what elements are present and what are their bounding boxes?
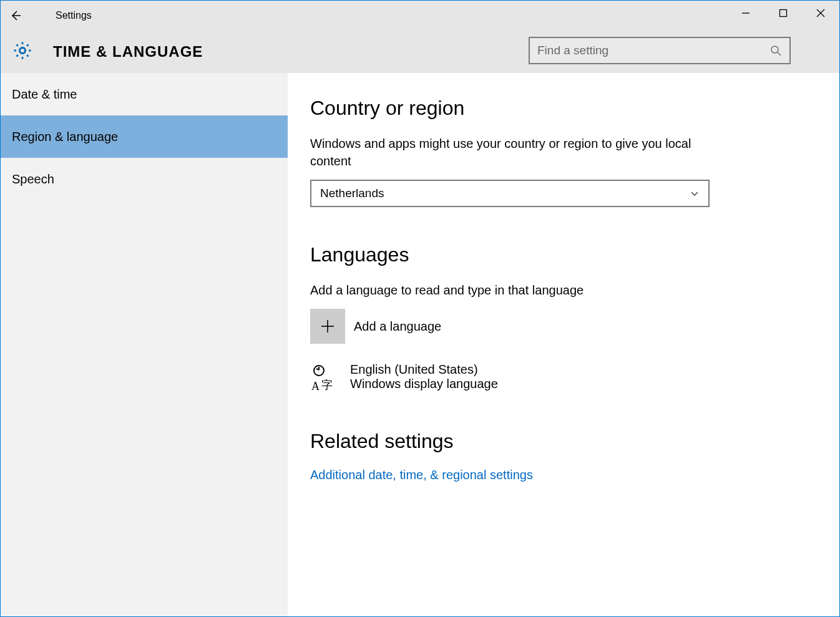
add-language-label: Add a language bbox=[354, 319, 441, 334]
sidebar-item-region-language[interactable]: Region & language bbox=[1, 115, 288, 158]
section-languages: Languages Add a language to read and typ… bbox=[310, 243, 814, 394]
language-sub: Windows display language bbox=[350, 377, 498, 391]
language-text: English (United States) Windows display … bbox=[350, 362, 498, 391]
svg-rect-1 bbox=[780, 10, 787, 17]
category-title: TIME & LANGUAGE bbox=[53, 43, 203, 61]
svg-point-5 bbox=[771, 46, 778, 53]
section-related: Related settings Additional date, time, … bbox=[310, 430, 814, 482]
sidebar-item-speech[interactable]: Speech bbox=[1, 158, 288, 200]
add-language-box bbox=[310, 309, 345, 344]
titlebar: Settings bbox=[1, 1, 839, 31]
related-link[interactable]: Additional date, time, & regional settin… bbox=[310, 468, 533, 482]
languages-desc: Add a language to read and type in that … bbox=[310, 281, 710, 299]
languages-heading: Languages bbox=[310, 243, 814, 266]
country-dropdown[interactable]: Netherlands bbox=[310, 180, 710, 207]
svg-line-6 bbox=[778, 52, 781, 56]
search-box[interactable] bbox=[529, 37, 791, 64]
back-button[interactable] bbox=[1, 1, 31, 31]
close-button[interactable] bbox=[802, 1, 839, 26]
search-icon bbox=[769, 44, 782, 57]
add-language-button[interactable]: Add a language bbox=[310, 309, 814, 344]
minimize-icon bbox=[741, 9, 750, 17]
maximize-icon bbox=[779, 9, 788, 17]
window-title: Settings bbox=[56, 10, 92, 21]
svg-text:A: A bbox=[311, 380, 320, 392]
country-desc: Windows and apps might use your country … bbox=[310, 135, 710, 170]
section-country: Country or region Windows and apps might… bbox=[310, 97, 814, 207]
language-icon: A 字 bbox=[310, 364, 338, 394]
header: TIME & LANGUAGE bbox=[1, 31, 839, 73]
country-heading: Country or region bbox=[310, 97, 814, 120]
minimize-button[interactable] bbox=[727, 1, 764, 26]
gear-icon bbox=[12, 40, 33, 64]
close-icon bbox=[816, 9, 825, 17]
search-input[interactable] bbox=[537, 44, 769, 57]
chevron-down-icon bbox=[690, 188, 700, 198]
content-pane: Country or region Windows and apps might… bbox=[288, 73, 839, 617]
related-heading: Related settings bbox=[310, 430, 814, 453]
language-name: English (United States) bbox=[350, 362, 498, 377]
language-item[interactable]: A 字 English (United States) Windows disp… bbox=[310, 362, 814, 394]
sidebar-item-label: Speech bbox=[12, 172, 54, 187]
country-selected: Netherlands bbox=[320, 187, 384, 200]
svg-text:字: 字 bbox=[321, 379, 333, 391]
sidebar: Date & time Region & language Speech bbox=[1, 73, 288, 617]
sidebar-item-label: Date & time bbox=[12, 87, 77, 102]
sidebar-item-date-time[interactable]: Date & time bbox=[1, 73, 288, 115]
sidebar-item-label: Region & language bbox=[12, 130, 118, 144]
window-controls bbox=[727, 1, 839, 26]
arrow-left-icon bbox=[9, 9, 22, 22]
maximize-button[interactable] bbox=[764, 1, 802, 26]
svg-point-4 bbox=[19, 47, 25, 53]
body: Date & time Region & language Speech Cou… bbox=[1, 73, 839, 617]
plus-icon bbox=[319, 318, 336, 335]
